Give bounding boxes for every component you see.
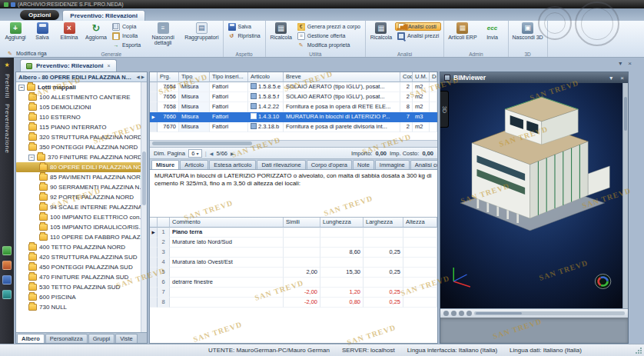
document-tab[interactable]: Preventivo: Rilevazioni	[20, 59, 117, 72]
column-header-tipo-ins[interactable]: Tipo inseri...	[210, 72, 248, 82]
tab-personalizza[interactable]: Personalizza	[45, 334, 88, 343]
table-row[interactable]: 7658 Misura Fattori 1.4.2.22 Fornitura e…	[150, 102, 437, 112]
ricalcola-analisi-button[interactable]: Ricalcola	[368, 22, 394, 41]
close-icon[interactable]	[628, 60, 632, 67]
tree-item[interactable]: 730 NULL	[16, 302, 141, 312]
column-header-larghezza[interactable]: Larghezza	[363, 218, 403, 228]
tree-item[interactable]: 105 DEMOLIZIONI	[16, 102, 141, 112]
tree-item[interactable]: 350 PONTEGGI PALAZZINA NORD	[16, 142, 141, 152]
tree-item[interactable]: 370 FINITURE PALAZZINA NORD	[16, 152, 141, 162]
sidebar-tool-icon-1[interactable]	[2, 246, 12, 255]
tree-item[interactable]: 420 STRUTTURA PALAZZINA SUD	[16, 252, 141, 262]
tree-item[interactable]: 450 PONTEGGI PALAZZINA SUD	[16, 262, 141, 272]
tab-misure[interactable]: Misure	[151, 160, 179, 169]
modifica-proprieta-button[interactable]: Modifica proprietà	[295, 41, 363, 49]
salva-aspetto-button[interactable]: Salva	[226, 22, 263, 31]
tree-item[interactable]: 105 IMPIANTO IDRAULICO/RIS...	[16, 222, 141, 232]
orbit-icon[interactable]	[443, 311, 449, 316]
tree-item[interactable]: 94 SCALE INTERNE PALAZZINA...	[16, 202, 141, 212]
aggiungi-button[interactable]: Aggiungi	[2, 22, 28, 41]
next-page-button[interactable]	[231, 151, 234, 156]
scroll-right-icon[interactable]	[141, 75, 144, 79]
prev-page-button[interactable]	[210, 151, 214, 156]
table-row[interactable]: 7656 Misura Fattori 1.5.8.5.f SOLAIO AER…	[150, 92, 437, 102]
column-header-commento[interactable]: Commento	[170, 218, 284, 228]
tree-item[interactable]: 320 STRUTTURA PALAZZINA NORD	[16, 132, 141, 142]
tab-viste[interactable]: Viste	[115, 334, 138, 343]
collapse-icon[interactable]	[28, 155, 35, 161]
sidebar-tool-icon-3[interactable]	[2, 275, 12, 284]
column-header-prg[interactable]: Prg.	[158, 72, 179, 82]
tree-item[interactable]: 100 IMPIANTO ELETTRICO con...	[16, 212, 141, 222]
nascondi-3d-button[interactable]: Nascondi 3D	[511, 22, 545, 41]
close-icon[interactable]	[108, 63, 111, 68]
table-row-selected[interactable]: 7660 Misura Fattori 1.4.3.10 MURATURA in…	[150, 112, 437, 122]
column-header-tipo[interactable]: Tipo	[179, 72, 210, 82]
tree-item[interactable]: 400 TETTO PALAZZINA NORD	[16, 242, 141, 252]
column-header-altezza[interactable]: Altezza	[403, 218, 437, 228]
title-bar[interactable]: (ARCHIVIO:RESIDENZE S.FIL.PRO.NEDA)	[0, 0, 644, 8]
tab-albero[interactable]: Albero	[17, 334, 45, 343]
measure-row[interactable]: 3 8,60 0,25	[150, 248, 437, 258]
column-header-des[interactable]: Des...	[430, 72, 437, 82]
tab-opzioni[interactable]: Opzioni	[20, 10, 59, 20]
salva-button[interactable]: Salva	[29, 22, 55, 41]
tab-preventivo-rilevazioni[interactable]: Preventivo: Rilevazioni	[62, 10, 145, 21]
invia-button[interactable]: eccInvia	[480, 22, 506, 41]
column-header-lunghezza[interactable]: Lunghezza	[320, 218, 363, 228]
sidebar-tab-preferiti[interactable]: Preferiti	[4, 74, 11, 98]
sidebar-tool-icon-4[interactable]	[2, 290, 12, 299]
articoli-erp-button[interactable]: Articoli ERP	[446, 22, 478, 41]
ricalcola-button[interactable]: Ricalcola	[268, 22, 294, 41]
scroll-left-icon[interactable]	[137, 75, 140, 79]
collapse-icon[interactable]	[18, 85, 25, 91]
measure-row[interactable]: 2 Murature lato Nord/Sud	[150, 238, 437, 248]
tree-item[interactable]: 110 OPERE DA FABBRO PALAZ...	[16, 232, 141, 242]
sidebar-tool-icon-2[interactable]	[2, 261, 12, 270]
pan-icon[interactable]	[451, 311, 456, 316]
gestione-offerta-button[interactable]: Gestione offerta	[295, 32, 363, 40]
column-header-cod[interactable]: Cod.	[400, 72, 413, 82]
vertical-scrollbar[interactable]	[141, 82, 147, 332]
ripristina-button[interactable]: Ripristina	[226, 32, 263, 40]
scrollbar-thumb[interactable]	[476, 312, 522, 314]
column-header-articolo[interactable]: Articolo	[248, 72, 284, 82]
scrollbar-thumb[interactable]	[624, 97, 627, 131]
close-icon[interactable]	[620, 75, 624, 82]
tab-corpo-dopera[interactable]: Corpo d'opera	[307, 160, 352, 169]
bim-side-tab[interactable]: 3D	[440, 91, 449, 128]
measure-row[interactable]: 5 2,00 15,30 0,25	[150, 268, 437, 278]
tree-item[interactable]: 530 TETTO PALAZZINA SUD	[16, 282, 141, 292]
tab-dati-rilevazione[interactable]: Dati rilevazione	[257, 160, 305, 169]
bim-3d-viewport[interactable]: 3D	[440, 83, 628, 308]
genera-prezzi-button[interactable]: Genera prezzi a corpo	[295, 22, 363, 31]
esporta-button[interactable]: Esporta	[110, 41, 143, 49]
resize-grip[interactable]	[635, 347, 642, 354]
scrollbar-thumb[interactable]	[152, 141, 252, 145]
measure-row[interactable]: 8 -2,00 0,80 0,25	[150, 298, 437, 308]
horizontal-scrollbar[interactable]	[150, 140, 437, 147]
raggruppatori-button[interactable]: Raggruppatori	[183, 22, 220, 41]
tree-item[interactable]: Lotti mappali	[16, 82, 141, 92]
measure-row[interactable]: 6 detrarre finestre	[150, 278, 437, 288]
tab-gruppi[interactable]: Gruppi	[88, 334, 115, 343]
home-view-icon[interactable]	[466, 311, 472, 316]
tab-analisi-costi[interactable]: Analisi costi	[410, 160, 437, 169]
tree-item[interactable]: 92 PORTE PALAZZINA NORD	[16, 192, 141, 202]
measure-row[interactable]: 7 -2,00 1,20 0,25	[150, 288, 437, 298]
tree-item[interactable]: 110 ESTERNO	[16, 112, 141, 122]
column-header-um[interactable]: U.M.	[413, 72, 430, 82]
tab-note[interactable]: Note	[353, 160, 374, 169]
zoom-icon[interactable]	[459, 311, 464, 316]
column-header-simili[interactable]: Simili	[284, 218, 320, 228]
tree-item[interactable]: 470 FINITURE PALAZZINA SUD	[16, 272, 141, 282]
tree-item-selected[interactable]: 80 OPERE EDILI PALAZZINA NORD	[16, 162, 141, 172]
tab-articolo[interactable]: Articolo	[180, 160, 208, 169]
tab-immagine[interactable]: Immagine	[375, 160, 410, 169]
bim-viewer-header[interactable]: BIMviewer	[440, 72, 628, 83]
tree-item[interactable]: 100 ALLESTIMENTO CANTIERE	[16, 92, 141, 102]
tree-item[interactable]: 115 PIANO INTERRATO	[16, 122, 141, 132]
table-row[interactable]: 7670 Misura Fattori 2.3.18.b Fornitura e…	[150, 122, 437, 132]
tree-item[interactable]: 600 PISCINA	[16, 292, 141, 302]
scrollbar-thumb[interactable]	[142, 151, 146, 205]
